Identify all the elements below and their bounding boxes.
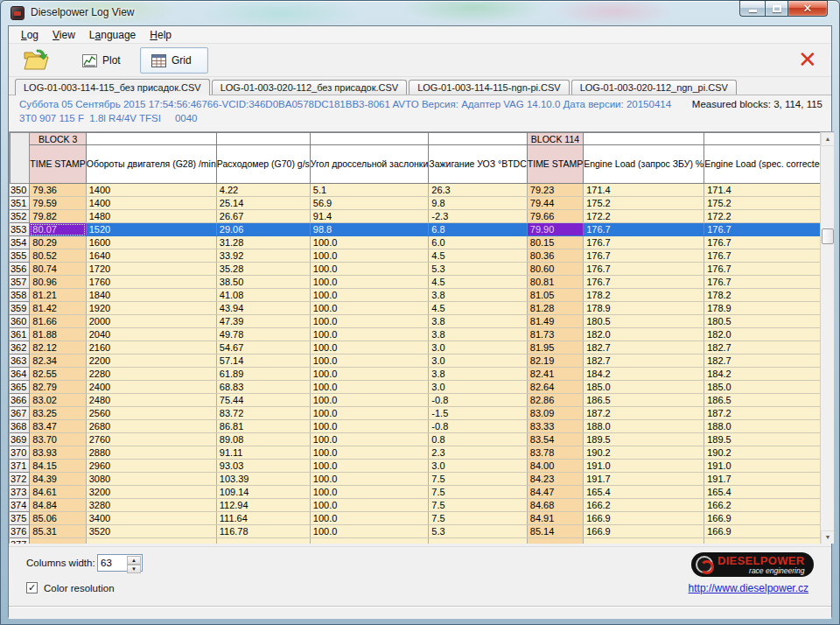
- row-number[interactable]: 371: [10, 460, 30, 473]
- minimize-button[interactable]: [739, 0, 765, 17]
- grid-cell[interactable]: 56.9: [310, 197, 429, 210]
- grid-cell[interactable]: 80.60: [527, 263, 583, 276]
- grid-cell[interactable]: 2200: [86, 355, 216, 368]
- row-number[interactable]: 367: [10, 407, 30, 420]
- grid-cell[interactable]: 81.95: [527, 341, 583, 355]
- tab-file-4[interactable]: LOG-01-003-020-112_ngn_pi.CSV: [571, 80, 737, 95]
- grid-cell[interactable]: 2680: [86, 420, 216, 433]
- grid-cell[interactable]: 84.68: [527, 499, 583, 512]
- grid-cell[interactable]: 178.9: [584, 302, 704, 315]
- grid-cell[interactable]: 5.3: [429, 263, 527, 276]
- grid-cell[interactable]: 82.64: [527, 381, 583, 394]
- menu-help[interactable]: Help: [143, 27, 178, 43]
- grid-cell[interactable]: [584, 538, 704, 544]
- grid-cell[interactable]: 1720: [86, 263, 216, 276]
- grid-cell[interactable]: 79.36: [30, 184, 86, 197]
- grid-cell[interactable]: 38.50: [216, 276, 310, 289]
- grid-cell[interactable]: 100.0: [310, 525, 429, 538]
- grid-cell[interactable]: 100.0: [310, 460, 429, 473]
- grid-cell[interactable]: 79.90: [527, 223, 583, 236]
- grid-cell[interactable]: 175.2: [704, 197, 834, 210]
- grid-cell[interactable]: 100.0: [310, 341, 429, 355]
- grid-cell[interactable]: 80.36: [527, 249, 583, 263]
- grid-cell[interactable]: 35.28: [216, 263, 310, 276]
- grid-cell[interactable]: 47.39: [216, 315, 310, 328]
- row-number[interactable]: 372: [10, 473, 30, 486]
- grid-cell[interactable]: 176.7: [584, 223, 704, 236]
- grid-cell[interactable]: 79.82: [30, 210, 86, 223]
- scroll-down-button[interactable]: ▼: [821, 530, 834, 544]
- grid-cell[interactable]: 100.0: [310, 433, 429, 446]
- columns-width-input[interactable]: [101, 557, 125, 569]
- row-number[interactable]: 358: [10, 289, 30, 302]
- grid-cell[interactable]: 176.7: [584, 249, 704, 263]
- grid-cell[interactable]: 100.0: [310, 499, 429, 512]
- grid-cell[interactable]: 80.96: [30, 276, 86, 289]
- grid-cell[interactable]: 178.2: [704, 289, 834, 302]
- row-number[interactable]: 363: [10, 355, 30, 368]
- grid-cell[interactable]: 182.0: [704, 328, 834, 341]
- grid-cell[interactable]: 1920: [86, 302, 216, 315]
- grid-cell[interactable]: 2000: [86, 315, 216, 328]
- grid-cell[interactable]: 182.0: [584, 328, 704, 341]
- grid-cell[interactable]: 3.0: [429, 381, 527, 394]
- grid-cell[interactable]: 75.44: [216, 394, 310, 407]
- grid-cell[interactable]: 91.4: [310, 210, 429, 223]
- grid-cell[interactable]: 83.78: [527, 446, 583, 460]
- grid-cell[interactable]: 100.0: [310, 276, 429, 289]
- grid-cell[interactable]: 111.64: [216, 512, 310, 525]
- row-number[interactable]: 373: [10, 486, 30, 499]
- grid-cell[interactable]: 68.83: [216, 381, 310, 394]
- grid-cell[interactable]: [216, 538, 310, 544]
- row-number[interactable]: 377: [10, 538, 30, 544]
- row-number[interactable]: 351: [10, 197, 30, 210]
- grid-cell[interactable]: 178.2: [584, 289, 704, 302]
- grid-cell[interactable]: 85.14: [527, 525, 583, 538]
- grid-cell[interactable]: 109.14: [216, 486, 310, 499]
- row-number[interactable]: 353: [10, 223, 30, 236]
- row-number[interactable]: 368: [10, 420, 30, 433]
- grid-cell[interactable]: 171.4: [704, 184, 834, 197]
- grid-cell[interactable]: 83.54: [527, 433, 583, 446]
- open-file-button[interactable]: [23, 48, 51, 71]
- row-number[interactable]: 361: [10, 328, 30, 341]
- grid-cell[interactable]: 172.2: [584, 210, 704, 223]
- grid-cell[interactable]: 3280: [86, 499, 216, 512]
- grid-cell[interactable]: 83.93: [30, 446, 86, 460]
- grid-cell[interactable]: 185.0: [704, 381, 834, 394]
- grid-cell[interactable]: 61.89: [216, 368, 310, 381]
- column-header[interactable]: TIME STAMP: [30, 145, 86, 184]
- grid-cell[interactable]: 180.5: [584, 315, 704, 328]
- tab-file-2[interactable]: LOG-01-003-020-112_без присадок.CSV: [212, 80, 408, 95]
- grid-cell[interactable]: 100.0: [310, 289, 429, 302]
- grid-cell[interactable]: 84.91: [527, 512, 583, 525]
- grid-cell[interactable]: 7.5: [429, 499, 527, 512]
- grid-cell[interactable]: 84.61: [30, 486, 86, 499]
- grid-cell[interactable]: 175.2: [584, 197, 704, 210]
- grid-cell[interactable]: 1840: [86, 289, 216, 302]
- grid-cell[interactable]: 80.52: [30, 249, 86, 263]
- grid-cell[interactable]: 3200: [86, 486, 216, 499]
- color-resolution-checkbox[interactable]: ✓: [26, 582, 38, 593]
- row-number[interactable]: 352: [10, 210, 30, 223]
- grid-cell[interactable]: 43.94: [216, 302, 310, 315]
- grid-cell[interactable]: 26.67: [216, 210, 310, 223]
- grid-cell[interactable]: 79.44: [527, 197, 583, 210]
- grid-cell[interactable]: 4.22: [216, 184, 310, 197]
- grid-cell[interactable]: 54.67: [216, 341, 310, 355]
- column-header[interactable]: Engine Load (spec. corrected) %: [704, 145, 834, 184]
- grid-cell[interactable]: [310, 538, 429, 544]
- spin-up-icon[interactable]: ▲: [127, 556, 141, 565]
- grid-cell[interactable]: 82.19: [527, 355, 583, 368]
- grid-cell[interactable]: 6.8: [429, 223, 527, 236]
- grid-cell[interactable]: 2760: [86, 433, 216, 446]
- grid-cell[interactable]: 191.7: [584, 473, 704, 486]
- grid-cell[interactable]: 189.5: [584, 433, 704, 446]
- grid-cell[interactable]: 84.84: [30, 499, 86, 512]
- row-number[interactable]: 375: [10, 512, 30, 525]
- row-number[interactable]: 350: [10, 184, 30, 197]
- grid-cell[interactable]: -1.5: [429, 407, 527, 420]
- grid-cell[interactable]: 3400: [86, 512, 216, 525]
- row-number[interactable]: 364: [10, 368, 30, 381]
- grid-cell[interactable]: 3520: [86, 525, 216, 538]
